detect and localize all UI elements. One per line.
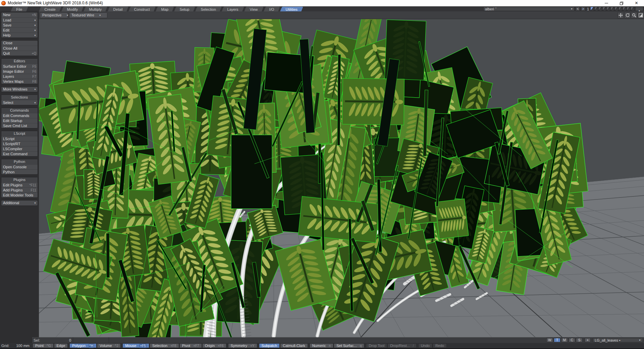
- sidebar-item-edit-startup[interactable]: Edit Startup: [1, 118, 38, 123]
- viewport-rotate-button[interactable]: [624, 12, 631, 18]
- layer-tile-1[interactable]: [590, 7, 594, 11]
- layer-next-button[interactable]: >: [581, 7, 585, 11]
- minimize-icon: [605, 3, 608, 3]
- tool-button-pivot[interactable]: Pivot+F7: [179, 343, 202, 348]
- tool-button-origin[interactable]: Origin+F6: [202, 343, 226, 348]
- render-mode-dropdown[interactable]: Textured Wire ▼: [69, 12, 107, 18]
- layer-tile-2[interactable]: [594, 7, 598, 11]
- tool-button-point[interactable]: Point^G: [33, 343, 54, 348]
- vmap-selector-dropdown[interactable]: LG_all_leaves • ▼: [593, 338, 643, 342]
- sidebar-item-lscompiler[interactable]: LSCompiler: [1, 146, 38, 151]
- menu-tab-create[interactable]: Create: [39, 7, 61, 11]
- menu-tab-i-o[interactable]: I/O: [264, 7, 280, 11]
- tool-button-catmull-clark[interactable]: Catmull-Clark: [280, 343, 308, 348]
- tab-file[interactable]: File: [11, 7, 28, 11]
- sidebar-item-new[interactable]: New+N: [1, 12, 38, 17]
- sidebar-item-quit[interactable]: Quit+Q: [1, 51, 38, 56]
- menu-tab-multiply[interactable]: Multiply: [84, 7, 108, 11]
- layer-bank-dropdown[interactable]: ▼: [635, 7, 643, 11]
- menu-tab-detail[interactable]: Detail: [108, 7, 128, 11]
- tool-button-undo[interactable]: Undo: [418, 343, 432, 348]
- tool-button-polygon[interactable]: Polygon^H: [69, 343, 97, 348]
- sidebar-item-open-console[interactable]: Open Console: [1, 164, 38, 169]
- sidebar-item-edit[interactable]: Edit▼: [1, 27, 38, 33]
- sidebar-item-save-cmd-list[interactable]: Save Cmd List: [1, 123, 38, 128]
- tool-button-set-surfac[interactable]: Set Surfac...q: [334, 343, 364, 348]
- shortcut-label: F6: [32, 69, 36, 74]
- tool-button-drop-tool[interactable]: Drop Tool: [366, 343, 387, 348]
- sidebar-item-load[interactable]: Load▼: [1, 17, 38, 22]
- tool-button-volume[interactable]: Volume^J: [97, 343, 121, 348]
- sidebar-item-exe-command[interactable]: Exe Command: [1, 151, 38, 156]
- sidebar-item-add-plugins[interactable]: Add PluginsF11: [1, 187, 38, 192]
- sidebar-item-more-windows[interactable]: More Windows▼: [1, 87, 38, 92]
- sidebar-item-close[interactable]: Close: [1, 41, 38, 46]
- tool-button-mouse[interactable]: Mouse+F5: [122, 343, 149, 348]
- grid-value: 100 mm: [16, 344, 30, 348]
- menu-tab-setup[interactable]: Setup: [174, 7, 195, 11]
- sidebar-item-edit-commands[interactable]: Edit Commands: [1, 113, 38, 118]
- viewport-zoom-button[interactable]: [631, 12, 637, 18]
- sidebar-item-save[interactable]: Save▼: [1, 22, 38, 27]
- layer-tile-5[interactable]: [606, 7, 610, 11]
- sidebar-item-layers[interactable]: LayersF7: [1, 74, 38, 79]
- layer-tile-10[interactable]: [627, 7, 630, 11]
- vmap-button-s[interactable]: S: [576, 338, 583, 342]
- layer-tile-3[interactable]: [598, 7, 602, 11]
- sidebar-item-vertex-maps[interactable]: Vertex MapsF8: [1, 79, 38, 84]
- tool-button-numeric[interactable]: Numericn: [310, 343, 334, 348]
- menu-tab-view[interactable]: View: [245, 7, 264, 11]
- vmap-button-w[interactable]: W: [546, 338, 553, 342]
- layer-prev-button[interactable]: <: [576, 7, 580, 11]
- sidebar-item-label: Add Plugins: [3, 188, 23, 193]
- sidebar-item-image-editor[interactable]: Image EditorF6: [1, 69, 38, 74]
- shortcut-label: n: [329, 344, 331, 348]
- viewport-fit-button[interactable]: [638, 12, 644, 18]
- tool-button-redo[interactable]: Redo: [433, 343, 447, 348]
- sidebar-item-edit-plugins[interactable]: Edit Plugins*F11: [1, 182, 38, 187]
- menu-tab-utilities[interactable]: Utilities: [280, 7, 303, 11]
- viewport-pan-button[interactable]: [618, 12, 624, 18]
- tool-button-edge[interactable]: Edge: [54, 343, 68, 348]
- layer-tile-8[interactable]: [619, 7, 622, 11]
- vmap-button-t[interactable]: T: [554, 338, 560, 342]
- view-mode-dropdown[interactable]: Perspective ▼: [40, 12, 68, 18]
- sidebar-item-surface-editor[interactable]: Surface EditorF5: [1, 64, 38, 69]
- layer-tile-11[interactable]: [631, 7, 634, 11]
- sidebar-item-additional[interactable]: Additional▼: [1, 200, 38, 206]
- close-button[interactable]: ✕: [629, 0, 644, 6]
- tool-button-drop-rest[interactable]: Drop/Rest.../: [387, 343, 416, 348]
- shortcut-label: F11: [31, 188, 37, 193]
- object-selector-dropdown[interactable]: alberi * ▼: [483, 7, 575, 11]
- layer-tile-6[interactable]: [610, 7, 614, 11]
- sidebar-item-lscript[interactable]: LScript: [1, 136, 38, 141]
- new-vmap-button[interactable]: +: [585, 338, 591, 342]
- menu-tab-map[interactable]: Map: [156, 7, 174, 11]
- tool-button-label: Selection: [152, 344, 167, 348]
- minimize-button[interactable]: [599, 0, 614, 6]
- tool-button-subpatch[interactable]: Subpatch: [259, 343, 280, 348]
- sidebar-item-lscript-rt[interactable]: LScript/RT: [1, 141, 38, 146]
- sidebar-item-close-all[interactable]: Close All: [1, 46, 38, 51]
- close-icon: ✕: [635, 1, 638, 5]
- menu-tab-selection[interactable]: Selection: [195, 7, 222, 11]
- layer-tile-4[interactable]: [602, 7, 606, 11]
- sidebar-item-python[interactable]: Python: [1, 169, 38, 174]
- tool-button-selection[interactable]: Selection+F8: [150, 343, 179, 348]
- sidebar-item-select[interactable]: Select▼: [1, 100, 38, 105]
- vmap-button-c[interactable]: C: [569, 338, 575, 342]
- vmap-name: LG_all_leaves •: [595, 338, 621, 342]
- menu-tab-construct[interactable]: Construct: [128, 7, 156, 11]
- layer-tile-7[interactable]: [614, 7, 618, 11]
- vmap-button-m[interactable]: M: [561, 338, 568, 342]
- sidebar-item-edit-modeler-tools[interactable]: Edit Modeler Tools: [1, 192, 38, 197]
- viewport-canvas[interactable]: [39, 19, 644, 337]
- sidebar-item-label: Image Editor: [3, 69, 24, 74]
- shortcut-label: F8: [32, 79, 36, 84]
- sidebar-item-help[interactable]: Help▼: [1, 33, 38, 38]
- layer-tile-9[interactable]: [623, 7, 626, 11]
- menu-tab-layers[interactable]: Layers: [222, 7, 245, 11]
- restore-button[interactable]: [614, 0, 629, 6]
- tool-button-symmetry[interactable]: Symmetry+Y: [228, 343, 257, 348]
- menu-tab-modify[interactable]: Modify: [61, 7, 84, 11]
